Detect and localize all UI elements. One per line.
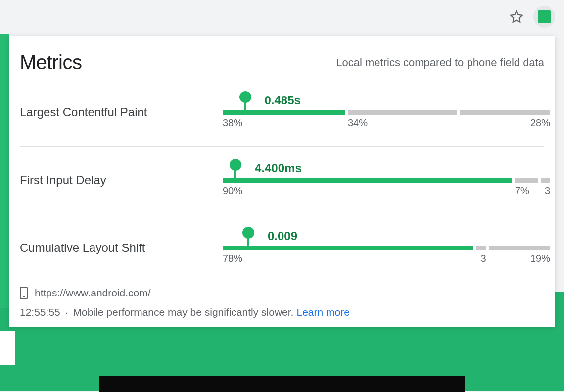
metric-track: 0.485s38%34%28%	[223, 94, 544, 131]
segment-poor	[489, 246, 551, 250]
browser-toolbar	[0, 0, 564, 34]
page-url: https://www.android.com/	[35, 287, 151, 299]
metric-name: Largest Contentful Paint	[20, 105, 218, 119]
distribution-labels: 78%319%	[223, 253, 544, 265]
segment-label: 78%	[223, 253, 473, 265]
metric-track: 0.00978%319%	[223, 229, 544, 267]
panel-subtitle: Local metrics compared to phone field da…	[336, 56, 544, 69]
extension-status-icon	[538, 10, 551, 23]
metric-local-value: 0.485s	[265, 94, 301, 107]
page-background-fragment	[99, 376, 465, 392]
star-outline-icon	[510, 10, 523, 24]
metric-local-value: 4.400ms	[255, 161, 302, 175]
segment-poor	[460, 110, 550, 115]
segment-good	[223, 110, 345, 115]
metric-track: 4.400ms90%7%3	[223, 161, 544, 199]
metric-row: Cumulative Layout Shift0.00978%319%	[20, 214, 544, 282]
segment-poor	[541, 178, 551, 183]
bookmark-star-button[interactable]	[509, 9, 524, 25]
segment-label: 19%	[489, 253, 551, 265]
local-value-marker-icon	[230, 159, 241, 171]
segment-label: 28%	[460, 117, 550, 129]
performance-warning: Mobile performance may be significantly …	[73, 306, 294, 318]
local-value-marker-icon	[239, 91, 251, 103]
metric-row: Largest Contentful Paint0.485s38%34%28%	[9, 79, 555, 146]
page-background-left	[0, 34, 9, 308]
segment-ni	[515, 178, 538, 183]
panel-footer: https://www.android.com/ 12:55:55 · Mobi…	[9, 282, 555, 318]
segment-label: 38%	[223, 117, 345, 129]
panel-title: Metrics	[20, 51, 82, 74]
distribution-labels: 38%34%28%	[223, 117, 544, 129]
web-vitals-popup: Metrics Local metrics compared to phone …	[9, 36, 555, 327]
distribution-track	[223, 246, 544, 250]
segment-ni	[476, 246, 486, 250]
timestamp: 12:55:55	[20, 306, 60, 318]
segment-good	[223, 246, 473, 250]
metric-local-value: 0.009	[268, 229, 297, 243]
separator-dot: ·	[65, 306, 68, 318]
metric-name: First Input Delay	[20, 173, 218, 187]
local-value-marker-icon	[242, 227, 254, 239]
segment-label: 90%	[223, 185, 512, 197]
page-background-fragment	[0, 331, 15, 365]
distribution-labels: 90%7%3	[223, 185, 544, 197]
segment-label: 34%	[348, 117, 457, 129]
web-vitals-extension-button[interactable]	[533, 6, 555, 28]
segment-label: 3	[476, 253, 486, 265]
learn-more-link[interactable]: Learn more	[296, 306, 349, 318]
mobile-device-icon	[20, 287, 28, 299]
distribution-track	[223, 178, 544, 183]
segment-good	[223, 178, 512, 183]
segment-ni	[348, 110, 457, 115]
segment-label: 7%	[515, 185, 538, 197]
svg-marker-0	[511, 11, 522, 22]
metric-name: Cumulative Layout Shift	[20, 241, 218, 255]
segment-label: 3	[541, 185, 551, 197]
distribution-track	[223, 110, 544, 115]
panel-header: Metrics Local metrics compared to phone …	[9, 45, 555, 79]
metric-row: First Input Delay4.400ms90%7%3	[20, 146, 544, 214]
